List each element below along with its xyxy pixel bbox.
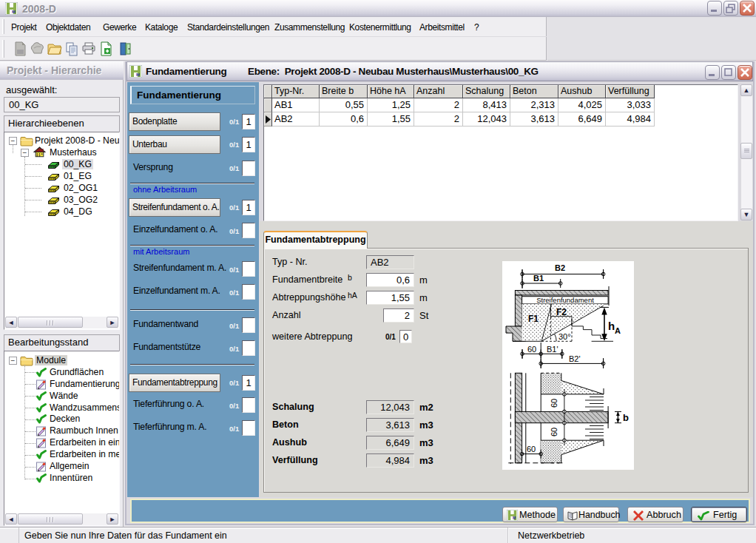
svg-text:M: M (12, 10, 16, 14)
svg-text:B1': B1' (547, 345, 558, 354)
svg-text:B2': B2' (569, 354, 581, 363)
svg-text:A: A (615, 326, 621, 335)
svg-text:F2: F2 (556, 307, 567, 317)
svg-text:B2: B2 (555, 263, 565, 272)
svg-text:60: 60 (550, 399, 558, 408)
svg-text:60: 60 (527, 345, 536, 354)
svg-text:60: 60 (527, 445, 536, 453)
svg-text:F1: F1 (528, 314, 539, 324)
svg-text:Streifenfundament: Streifenfundament (536, 296, 594, 304)
svg-text:60: 60 (550, 428, 558, 436)
svg-text:h: h (608, 320, 615, 332)
svg-text:30°: 30° (558, 332, 571, 341)
svg-text:M: M (136, 72, 140, 77)
svg-text:b: b (623, 412, 629, 423)
svg-text:M: M (513, 516, 516, 520)
svg-text:B1: B1 (533, 274, 544, 283)
